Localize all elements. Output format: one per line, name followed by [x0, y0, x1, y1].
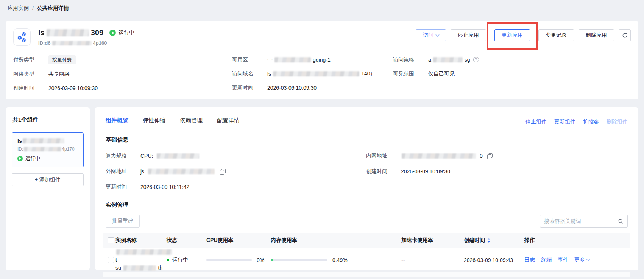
component-name-prefix: ls	[17, 138, 22, 144]
visibility-row: 可见范围 仅自己可见	[393, 69, 631, 78]
row-checkbox[interactable]	[108, 257, 114, 263]
terminal-link[interactable]: 终端	[541, 257, 552, 263]
column-accelerator-usage: 加速卡使用率	[401, 237, 464, 244]
component-card-selected[interactable]: ls ID: 4p170 运行中	[12, 132, 84, 167]
instance-toolbar: 批量重建	[106, 215, 628, 228]
stop-app-button[interactable]: 停止应用	[451, 29, 486, 41]
public-address-redacted	[148, 169, 215, 174]
table-footer-strip	[103, 272, 630, 277]
created-time-row: 创建时间 2026-03-09 10:09:30	[13, 84, 232, 92]
scale-component-link[interactable]: 扩缩容	[583, 118, 599, 125]
select-all-checkbox[interactable]	[108, 237, 114, 243]
public-address-prefix: js	[140, 168, 144, 175]
instance-actions-cell: 日志 终端 事件 更多	[524, 257, 630, 263]
accelerator-usage-value: --	[401, 257, 464, 263]
memory-usage-value: 0.49%	[332, 257, 348, 263]
app-header-top: ls 309 运行中 ID:d6 4p160 访问	[6, 21, 638, 46]
instance-subname-redacted	[123, 265, 156, 271]
instance-name-redacted	[116, 249, 172, 255]
visit-button-label: 访问	[423, 32, 433, 39]
events-link[interactable]: 事件	[558, 257, 568, 263]
update-component-link[interactable]: 更新组件	[554, 118, 575, 125]
detail-tabs: 组件概览 弹性伸缩 依赖管理 配置详情 停止组件 更新组件 扩缩容 删除组件	[95, 107, 638, 129]
page-root: 应用实例 / 公共应用详情 ls 309	[0, 0, 644, 279]
column-cpu-usage: CPU使用率	[206, 237, 271, 244]
column-operations: 操作	[524, 237, 630, 244]
domain-label: 访问域名	[232, 70, 267, 77]
created-time-label: 创建时间	[13, 85, 48, 92]
log-link[interactable]: 日志	[524, 257, 535, 263]
basic-info-right-column: 内网地址 0 创建时间 2026-03-09 10:09:30	[366, 148, 628, 195]
column-created-time: 创建时间	[464, 237, 524, 244]
breadcrumb-separator: /	[32, 5, 34, 11]
components-sidebar: 共1个组件 ls ID: 4p170 运行中 + 添加组件	[6, 107, 90, 270]
tab-dependency-management[interactable]: 依赖管理	[180, 117, 203, 129]
delete-component-link[interactable]: 删除组件	[607, 118, 628, 125]
tab-auto-scaling[interactable]: 弹性伸缩	[143, 117, 165, 129]
instance-subname-suffix: th	[158, 265, 163, 271]
container-search-box	[540, 215, 628, 228]
created-time-value: 2026-03-09 10:09:30	[48, 85, 98, 91]
breadcrumb-app-instances[interactable]: 应用实例	[8, 5, 29, 12]
chevron-down-icon	[586, 257, 590, 261]
memory-usage-bar	[271, 259, 327, 261]
instance-subname-prefix: su	[115, 265, 121, 271]
domain-value-redacted	[273, 71, 359, 76]
column-created-time-label: 创建时间	[464, 237, 485, 244]
component-status-text: 运行中	[25, 155, 40, 162]
app-logo-icon	[13, 28, 31, 46]
more-link[interactable]: 更多	[574, 257, 589, 263]
compute-spec-row: 算力规格 CPU:	[106, 148, 366, 164]
help-icon[interactable]: ?	[473, 57, 479, 62]
private-address-row: 内网地址 0	[366, 148, 628, 164]
meta-column-2: 可用区 一 gqing-1 访问域名 ls 140）	[232, 55, 393, 92]
component-id-prefix: ID:	[17, 147, 23, 152]
running-status-icon	[109, 30, 116, 36]
billing-type-label: 付费类型	[13, 56, 48, 63]
memory-usage-cell: 0.49%	[271, 257, 401, 263]
zone-row: 可用区 一 gqing-1	[232, 55, 393, 64]
component-created-value: 2026-03-09 10:09:30	[401, 168, 450, 175]
running-dot-icon	[167, 259, 169, 261]
component-updated-label: 更新时间	[106, 184, 140, 190]
private-address-redacted	[402, 153, 476, 159]
copy-icon[interactable]	[487, 153, 492, 159]
zone-value-redacted	[274, 57, 311, 62]
app-name: ls 309	[38, 28, 103, 37]
update-app-button[interactable]: 更新应用	[494, 29, 530, 41]
app-name-suffix: 309	[91, 28, 103, 37]
compute-spec-prefix: CPU:	[140, 153, 153, 159]
refresh-button[interactable]	[619, 29, 631, 41]
domain-value-suffix: 140）	[361, 70, 375, 77]
change-records-button[interactable]: 变更记录	[538, 29, 574, 41]
visit-button[interactable]: 访问	[416, 29, 446, 41]
private-address-label: 内网地址	[366, 153, 401, 159]
domain-row: 访问域名 ls 140）	[232, 69, 393, 78]
instance-status-cell: 运行中	[167, 257, 206, 263]
sort-icon[interactable]	[487, 238, 490, 243]
delete-app-button[interactable]: 删除应用	[579, 29, 614, 41]
column-instance-name: 实例名称	[115, 237, 167, 244]
updated-time-row: 更新时间 2026-03-09 10:09:30	[232, 83, 393, 92]
public-address-row: 外网地址 js	[106, 164, 366, 179]
add-component-button[interactable]: + 添加组件	[12, 173, 84, 186]
instance-table-header: 实例名称 状态 CPU使用率 内存使用率 加速卡使用率 创建时间 操作	[103, 233, 630, 248]
instance-name-suffix: t	[115, 257, 117, 263]
breadcrumb-current-page: 公共应用详情	[37, 5, 69, 12]
app-id-redacted	[52, 41, 92, 45]
tab-component-overview[interactable]: 组件概览	[106, 117, 128, 129]
copy-icon[interactable]	[220, 169, 225, 174]
tab-config-details[interactable]: 配置详情	[217, 117, 240, 129]
stop-component-link[interactable]: 停止组件	[525, 118, 547, 125]
app-id: ID:d6 4p160	[38, 40, 134, 46]
component-detail-card: 组件概览 弹性伸缩 依赖管理 配置详情 停止组件 更新组件 扩缩容 删除组件 基…	[95, 107, 638, 270]
column-status: 状态	[167, 237, 206, 244]
component-status: 运行中	[17, 155, 78, 162]
batch-rebuild-button[interactable]: 批量重建	[106, 215, 140, 228]
chevron-down-icon	[436, 33, 440, 36]
app-header-card: ls 309 运行中 ID:d6 4p160 访问	[6, 21, 638, 99]
network-type-label: 网络类型	[13, 71, 48, 78]
access-policy-row: 访问策略 a sg ?	[393, 55, 631, 64]
search-icon[interactable]	[618, 218, 624, 224]
container-search-input[interactable]	[544, 218, 618, 224]
